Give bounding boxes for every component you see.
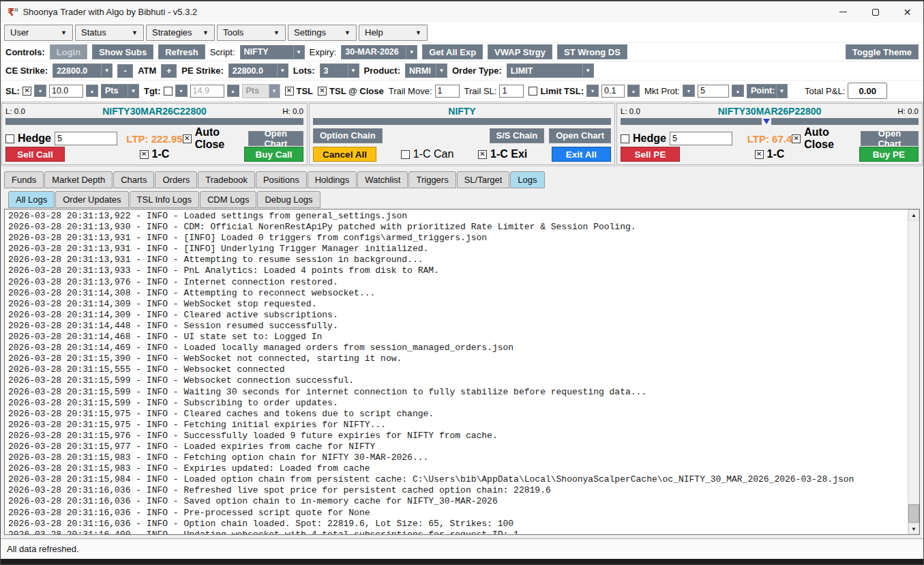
strike-minus-button[interactable]: -	[117, 64, 133, 78]
ce-one-click-checkbox[interactable]	[140, 150, 149, 159]
menu-settings[interactable]: Settings▼	[288, 25, 357, 41]
scroll-down-button[interactable]: ▼	[908, 523, 919, 534]
trail-move-input[interactable]	[435, 85, 460, 98]
maximize-button[interactable]	[859, 1, 891, 23]
sl-unit-dropdown[interactable]: Pts▼	[101, 84, 139, 98]
log-scrollbar[interactable]: ▲ ▼	[908, 209, 919, 534]
show-subs-button[interactable]: Show Subs	[92, 44, 153, 59]
pe-one-click-checkbox[interactable]	[755, 150, 764, 159]
ce-strike-dropdown[interactable]: 22800.0▼	[53, 63, 113, 78]
tab-positions[interactable]: Positions	[256, 171, 307, 188]
minimize-button[interactable]	[827, 1, 859, 23]
tab-logs[interactable]: Logs	[510, 171, 544, 188]
tab-funds[interactable]: Funds	[4, 171, 44, 188]
log-line: 2026-03-28 20:31:13,931 - INFO - [INFO] …	[8, 233, 906, 244]
pe-hedge-checkbox[interactable]	[621, 134, 629, 143]
tab-market-depth[interactable]: Market Depth	[44, 171, 113, 188]
tgt-unit-dropdown[interactable]: Pts▼	[242, 84, 280, 98]
sl-increment-button[interactable]	[86, 85, 98, 97]
mkt-prot-label: Mkt Prot:	[644, 86, 680, 96]
ce-open-chart-button[interactable]: Open Chart	[248, 131, 303, 146]
product-dropdown[interactable]: NRMI▼	[405, 63, 447, 78]
pe-strike-label: PE Strike:	[181, 66, 223, 76]
limit-tsl-decrement-button[interactable]	[586, 85, 599, 97]
pe-auto-close-checkbox[interactable]	[792, 134, 801, 143]
tab-tsl-info-logs[interactable]: TSL Info Logs	[130, 191, 199, 208]
sl-decrement-button[interactable]	[34, 85, 46, 97]
cancel-all-button[interactable]: Cancel All	[313, 147, 376, 162]
menu-help[interactable]: Help▼	[359, 25, 428, 41]
limit-tsl-value-input[interactable]	[601, 85, 625, 98]
tab-tradebook[interactable]: Tradebook	[198, 171, 255, 188]
pe-open-chart-button[interactable]: Open Chart	[861, 131, 919, 146]
log-line: 2026-03-28 20:31:13,931 - INFO - Attempt…	[8, 255, 906, 265]
sell-call-button[interactable]: Sell Call	[5, 147, 65, 162]
tab-watchlist[interactable]: Watchlist	[357, 171, 408, 188]
login-button[interactable]: Login	[50, 44, 87, 59]
menu-status[interactable]: Status▼	[75, 25, 144, 41]
strike-plus-button[interactable]: +	[161, 64, 177, 78]
limit-tsl-checkbox[interactable]	[528, 87, 537, 96]
st-wrong-ds-button[interactable]: ST Wrong DS	[557, 44, 627, 59]
tab-sl-target[interactable]: SL/Target	[457, 171, 510, 188]
mkt-prot-decrement-button[interactable]	[683, 85, 695, 97]
pe-strike-dropdown[interactable]: 22800.0▼	[228, 63, 288, 78]
trail-sl-input[interactable]	[499, 85, 524, 98]
mkt-prot-increment-button[interactable]	[732, 85, 744, 97]
order-type-dropdown[interactable]: LIMIT▼	[507, 63, 594, 78]
lots-dropdown[interactable]: 3▼	[320, 63, 359, 78]
tgt-value-input[interactable]	[190, 85, 224, 98]
exit-all-button[interactable]: Exit All	[552, 147, 611, 162]
log-line: 2026-03-28 20:31:15,984 - INFO - Loaded …	[8, 474, 906, 485]
sl-value-input[interactable]	[49, 85, 83, 98]
tsl-at-close-checkbox[interactable]	[318, 87, 327, 96]
tab-orders[interactable]: Orders	[155, 171, 197, 188]
menu-tools[interactable]: Tools▼	[217, 25, 286, 41]
mkt-prot-value-input[interactable]	[698, 85, 729, 98]
tab-triggers[interactable]: Triggers	[408, 171, 456, 188]
tab-order-updates[interactable]: Order Updates	[55, 191, 128, 208]
log-line: 2026-03-28 20:31:16,400 - INFO - Updatin…	[8, 530, 906, 534]
pe-hedge-qty-input[interactable]	[670, 132, 732, 145]
menu-user[interactable]: User▼	[4, 25, 73, 41]
tab-all-logs[interactable]: All Logs	[8, 191, 55, 208]
tab-cdm-logs[interactable]: CDM Logs	[200, 191, 256, 208]
tab-debug-logs[interactable]: Debug Logs	[257, 191, 320, 208]
log-line: 2026-03-28 20:31:15,983 - INFO - Expirie…	[8, 463, 906, 474]
get-all-exp-button[interactable]: Get All Exp	[422, 44, 483, 59]
limit-tsl-increment-button[interactable]	[627, 85, 640, 97]
ce-hedge-checkbox[interactable]	[5, 134, 14, 143]
ce-auto-close-checkbox[interactable]	[183, 134, 192, 143]
mkt-prot-unit-dropdown[interactable]: Point:▼	[747, 84, 788, 98]
one-click-exit-checkbox[interactable]	[478, 150, 487, 159]
log-line: 2026-03-28 20:31:13,931 - INFO - [INFO] …	[8, 244, 906, 255]
tgt-checkbox[interactable]	[164, 87, 173, 96]
sell-pe-button[interactable]: Sell PE	[621, 147, 680, 162]
toggle-theme-button[interactable]: Toggle Theme	[846, 44, 919, 59]
ce-hedge-qty-input[interactable]	[55, 132, 117, 145]
sl-checkbox[interactable]	[23, 87, 31, 96]
scroll-up-button[interactable]: ▲	[908, 209, 919, 220]
tab-holdings[interactable]: Holdings	[308, 171, 357, 188]
option-chain-button[interactable]: Option Chain	[313, 128, 383, 143]
expiry-dropdown[interactable]: 30-MAR-2026▼	[341, 45, 417, 59]
tgt-increment-button[interactable]	[227, 85, 239, 97]
buy-call-button[interactable]: Buy Call	[244, 147, 303, 162]
close-button[interactable]: ✕	[891, 1, 923, 23]
script-dropdown[interactable]: NIFTY▼	[240, 45, 305, 59]
ce-low-value: L: 0.0	[5, 107, 25, 115]
scrollbar-thumb[interactable]	[908, 504, 919, 523]
index-open-chart-button[interactable]: Open Chart	[549, 128, 611, 143]
tgt-decrement-button[interactable]	[175, 85, 188, 97]
menu-strategies[interactable]: Strategies▼	[146, 25, 215, 41]
tab-charts[interactable]: Charts	[113, 171, 154, 188]
chevron-down-icon: ▼	[344, 29, 351, 36]
one-click-cancel-checkbox[interactable]	[401, 150, 410, 159]
tsl-checkbox[interactable]	[285, 87, 294, 96]
buy-pe-button[interactable]: Buy PE	[859, 147, 919, 162]
vwap-strgy-button[interactable]: VWAP Strgy	[488, 44, 552, 59]
menu-status-label: Status	[81, 27, 106, 38]
tsl-label: TSL	[297, 86, 314, 96]
ss-chain-button[interactable]: S/S Chain	[490, 128, 545, 143]
refresh-button[interactable]: Refresh	[158, 44, 205, 59]
